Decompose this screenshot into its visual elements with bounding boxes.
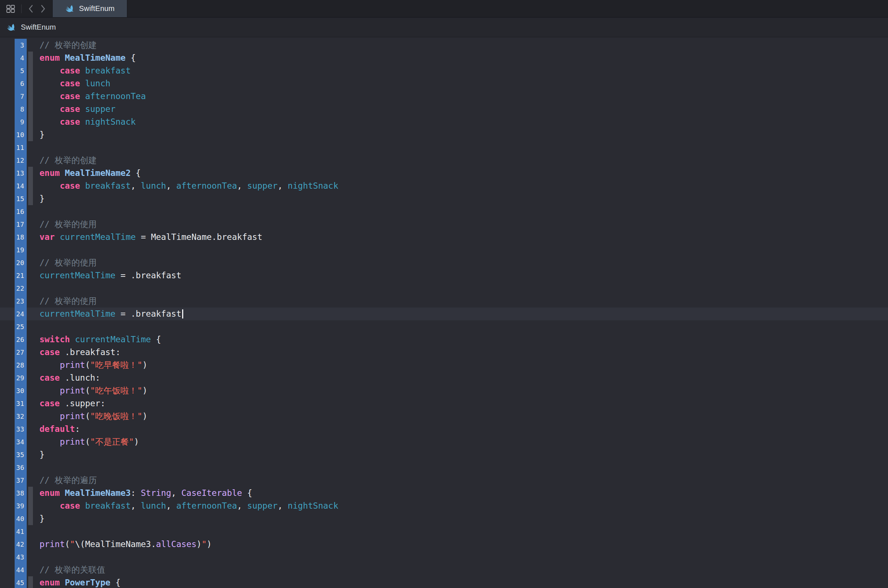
jump-bar-file-item[interactable]: SwiftEnum	[21, 23, 56, 32]
line-number[interactable]: 29	[15, 372, 27, 384]
code-line[interactable]: 16	[0, 205, 888, 218]
line-number[interactable]: 18	[15, 231, 27, 243]
line-number[interactable]: 7	[15, 90, 27, 103]
line-number-gutter[interactable]: 24	[0, 308, 27, 320]
line-number[interactable]: 41	[15, 525, 27, 538]
code-line[interactable]: 33default:	[0, 423, 888, 435]
line-number[interactable]: 12	[15, 154, 27, 167]
line-number[interactable]: 24	[15, 308, 27, 320]
line-number-gutter[interactable]: 4	[0, 51, 27, 64]
line-number[interactable]: 37	[15, 474, 27, 487]
code-line[interactable]: 35}	[0, 448, 888, 461]
code-line[interactable]: 9 case nightSnack	[0, 116, 888, 128]
code-line[interactable]: 27case .breakfast:	[0, 346, 888, 359]
code-line[interactable]: 39 case breakfast, lunch, afternoonTea, …	[0, 500, 888, 512]
line-number[interactable]: 3	[15, 39, 27, 51]
line-number-gutter[interactable]: 37	[0, 474, 27, 487]
code-line[interactable]: 25	[0, 320, 888, 333]
line-number-gutter[interactable]: 45	[0, 576, 27, 588]
line-number-gutter[interactable]: 6	[0, 77, 27, 90]
code-line[interactable]: 11	[0, 141, 888, 154]
line-number[interactable]: 33	[15, 423, 27, 435]
line-number[interactable]: 6	[15, 77, 27, 90]
code-line[interactable]: 19	[0, 243, 888, 256]
line-number-gutter[interactable]: 10	[0, 128, 27, 141]
line-number-gutter[interactable]: 12	[0, 154, 27, 167]
line-number[interactable]: 44	[15, 564, 27, 576]
line-number[interactable]: 17	[15, 218, 27, 231]
code-line[interactable]: 15}	[0, 192, 888, 205]
line-number-gutter[interactable]: 13	[0, 167, 27, 180]
code-line[interactable]: 21currentMealTime = .breakfast	[0, 269, 888, 282]
line-number-gutter[interactable]: 3	[0, 39, 27, 51]
line-number[interactable]: 32	[15, 410, 27, 423]
line-number[interactable]: 31	[15, 397, 27, 410]
code-line[interactable]: 32 print("吃晚饭啦！")	[0, 410, 888, 423]
code-line[interactable]: 18var currentMealTime = MealTimeName.bre…	[0, 231, 888, 243]
code-line[interactable]: 17// 枚举的使用	[0, 218, 888, 231]
line-number-gutter[interactable]: 20	[0, 256, 27, 269]
line-number-gutter[interactable]: 40	[0, 512, 27, 525]
code-line[interactable]: 22	[0, 282, 888, 295]
code-editor[interactable]: 3// 枚举的创建4enum MealTimeName {5 case brea…	[0, 37, 888, 588]
code-line[interactable]: 44// 枚举的关联值	[0, 564, 888, 576]
line-number-gutter[interactable]: 16	[0, 205, 27, 218]
line-number-gutter[interactable]: 22	[0, 282, 27, 295]
code-line[interactable]: 26switch currentMealTime {	[0, 333, 888, 346]
line-number-gutter[interactable]: 30	[0, 384, 27, 397]
code-line[interactable]: 23// 枚举的使用	[0, 295, 888, 308]
line-number[interactable]: 42	[15, 538, 27, 551]
code-line[interactable]: 4enum MealTimeName {	[0, 51, 888, 64]
line-number-gutter[interactable]: 33	[0, 423, 27, 435]
line-number[interactable]: 16	[15, 205, 27, 218]
code-line[interactable]: 34 print("不是正餐")	[0, 435, 888, 448]
line-number[interactable]: 26	[15, 333, 27, 346]
line-number[interactable]: 25	[15, 320, 27, 333]
line-number-gutter[interactable]: 11	[0, 141, 27, 154]
line-number-gutter[interactable]: 44	[0, 564, 27, 576]
line-number-gutter[interactable]: 38	[0, 487, 27, 500]
line-number[interactable]: 36	[15, 461, 27, 474]
line-number-gutter[interactable]: 28	[0, 359, 27, 372]
editor-grid-icon[interactable]	[6, 4, 15, 14]
tab-swiftenum[interactable]: SwiftEnum	[52, 0, 127, 17]
line-number[interactable]: 45	[15, 576, 27, 588]
line-number[interactable]: 9	[15, 116, 27, 128]
line-number-gutter[interactable]: 35	[0, 448, 27, 461]
line-number[interactable]: 14	[15, 180, 27, 192]
line-number-gutter[interactable]: 31	[0, 397, 27, 410]
code-line[interactable]: 29case .lunch:	[0, 372, 888, 384]
line-number[interactable]: 5	[15, 64, 27, 77]
code-line[interactable]: 37// 枚举的遍历	[0, 474, 888, 487]
line-number-gutter[interactable]: 7	[0, 90, 27, 103]
code-line[interactable]: 30 print("吃午饭啦！")	[0, 384, 888, 397]
line-number-gutter[interactable]: 39	[0, 500, 27, 512]
code-line[interactable]: 28 print("吃早餐啦！")	[0, 359, 888, 372]
code-line[interactable]: 36	[0, 461, 888, 474]
line-number[interactable]: 43	[15, 551, 27, 564]
line-number[interactable]: 15	[15, 192, 27, 205]
line-number-gutter[interactable]: 19	[0, 243, 27, 256]
code-line[interactable]: 42print("\(MealTimeName3.allCases)")	[0, 538, 888, 551]
line-number-gutter[interactable]: 18	[0, 231, 27, 243]
line-number-gutter[interactable]: 43	[0, 551, 27, 564]
chevron-right-icon[interactable]	[40, 4, 46, 14]
line-number-gutter[interactable]: 8	[0, 103, 27, 116]
line-number-gutter[interactable]: 17	[0, 218, 27, 231]
line-number-gutter[interactable]: 9	[0, 116, 27, 128]
line-number[interactable]: 4	[15, 51, 27, 64]
code-line[interactable]: 43	[0, 551, 888, 564]
line-number-gutter[interactable]: 36	[0, 461, 27, 474]
code-line[interactable]: 31case .supper:	[0, 397, 888, 410]
code-line[interactable]: 8 case supper	[0, 103, 888, 116]
code-line[interactable]: 40}	[0, 512, 888, 525]
code-line[interactable]: 13enum MealTimeName2 {	[0, 167, 888, 180]
line-number[interactable]: 40	[15, 512, 27, 525]
line-number[interactable]: 27	[15, 346, 27, 359]
code-line[interactable]: 14 case breakfast, lunch, afternoonTea, …	[0, 180, 888, 192]
code-line[interactable]: 45enum PowerType {	[0, 576, 888, 588]
code-line[interactable]: 38enum MealTimeName3: String, CaseIterab…	[0, 487, 888, 500]
line-number[interactable]: 19	[15, 243, 27, 256]
line-number-gutter[interactable]: 14	[0, 180, 27, 192]
code-line[interactable]: 12// 枚举的创建	[0, 154, 888, 167]
